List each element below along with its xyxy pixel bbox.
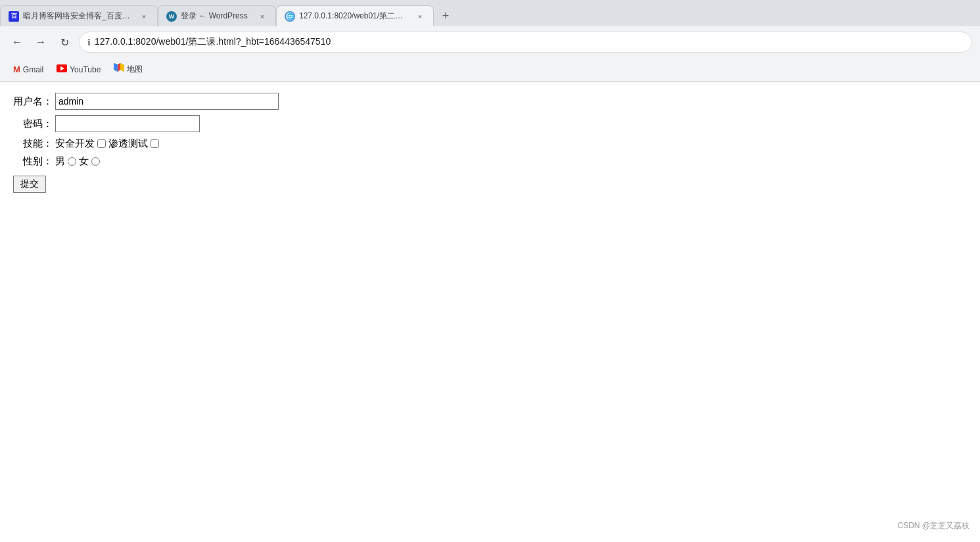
new-tab-button[interactable]: +	[436, 7, 455, 25]
bookmarks-bar: M Gmail YouTube 地图	[0, 58, 980, 82]
tab-baidu[interactable]: 百 暗月博客网络安全博客_百度搜索 ×	[0, 5, 158, 26]
tab-current[interactable]: 🌐 127.0.0.1:8020/web01/第二课.h... ×	[276, 5, 434, 26]
svg-marker-3	[114, 63, 118, 72]
svg-marker-4	[120, 63, 124, 72]
tab-baidu-close-button[interactable]: ×	[139, 11, 149, 22]
username-row: 用户名：	[13, 93, 967, 110]
bookmark-gmail-label: Gmail	[23, 65, 43, 74]
skill1-checkbox[interactable]	[97, 139, 106, 148]
tab-wordpress[interactable]: W 登录 ← WordPress ×	[158, 5, 276, 26]
gender-row: 性别： 男 女	[13, 155, 967, 168]
submit-row: 提交	[13, 173, 967, 193]
gender-radios: 男 女	[55, 155, 100, 168]
tab-current-title: 127.0.0.1:8020/web01/第二课.h...	[299, 11, 411, 22]
skill2-label: 渗透测试	[108, 137, 148, 150]
bookmark-youtube[interactable]: YouTube	[51, 62, 106, 77]
back-icon: ←	[12, 36, 22, 48]
bookmark-gmail[interactable]: M Gmail	[8, 62, 49, 77]
browser-chrome: 百 暗月博客网络安全博客_百度搜索 × W 登录 ← WordPress × 🌐…	[0, 0, 980, 82]
skill1-label: 安全开发	[55, 137, 95, 150]
gender-male-radio[interactable]	[68, 157, 76, 166]
youtube-icon	[57, 64, 67, 74]
tab-wordpress-title: 登录 ← WordPress	[181, 11, 253, 22]
tab-current-close-button[interactable]: ×	[415, 11, 425, 22]
password-label: 密码：	[13, 118, 53, 130]
globe-favicon-icon: 🌐	[285, 11, 295, 22]
skill2-checkbox[interactable]	[151, 139, 159, 148]
watermark-text: CSDN @芝芝又荔枝	[897, 521, 969, 530]
tab-bar: 百 暗月博客网络安全博客_百度搜索 × W 登录 ← WordPress × 🌐…	[0, 0, 980, 26]
bookmark-youtube-label: YouTube	[70, 65, 101, 74]
password-row: 密码：	[13, 115, 967, 132]
maps-icon	[114, 63, 124, 76]
page-content: 用户名： 密码： 技能： 安全开发 渗透测试 性别： 男 女 提交	[0, 82, 980, 203]
password-input[interactable]	[55, 115, 200, 132]
tab-baidu-title: 暗月博客网络安全博客_百度搜索	[23, 11, 135, 22]
nav-bar: ← → ↻ ℹ 127.0.0.1:8020/web01/第二课.html?_h…	[0, 26, 980, 58]
refresh-icon: ↻	[60, 36, 69, 49]
skills-row: 技能： 安全开发 渗透测试	[13, 137, 967, 150]
skills-checkboxes: 安全开发 渗透测试	[55, 137, 159, 150]
address-text: 127.0.0.1:8020/web01/第二课.html?_hbt=16644…	[95, 36, 331, 48]
wp-favicon-icon: W	[166, 11, 177, 22]
bookmark-maps-label: 地图	[127, 64, 143, 75]
tab-wordpress-close-button[interactable]: ×	[257, 11, 268, 22]
refresh-button[interactable]: ↻	[55, 33, 74, 51]
forward-button[interactable]: →	[32, 33, 50, 51]
username-label: 用户名：	[13, 95, 53, 108]
address-bar[interactable]: ℹ 127.0.0.1:8020/web01/第二课.html?_hbt=166…	[79, 32, 972, 53]
username-input[interactable]	[55, 93, 279, 110]
back-button[interactable]: ←	[8, 33, 26, 51]
gender-female-label: 女	[79, 155, 89, 168]
forward-icon: →	[35, 36, 46, 48]
gender-label: 性别：	[13, 155, 53, 168]
submit-button[interactable]: 提交	[13, 176, 46, 193]
bookmark-maps[interactable]: 地图	[108, 61, 148, 78]
info-icon: ℹ	[87, 37, 91, 47]
watermark: CSDN @芝芝又荔枝	[897, 520, 969, 531]
gender-female-radio[interactable]	[91, 157, 100, 166]
gmail-icon: M	[13, 64, 20, 74]
gender-male-label: 男	[55, 155, 65, 168]
baidu-favicon-icon: 百	[9, 11, 19, 22]
skills-label: 技能：	[13, 137, 53, 150]
svg-marker-5	[118, 63, 120, 72]
